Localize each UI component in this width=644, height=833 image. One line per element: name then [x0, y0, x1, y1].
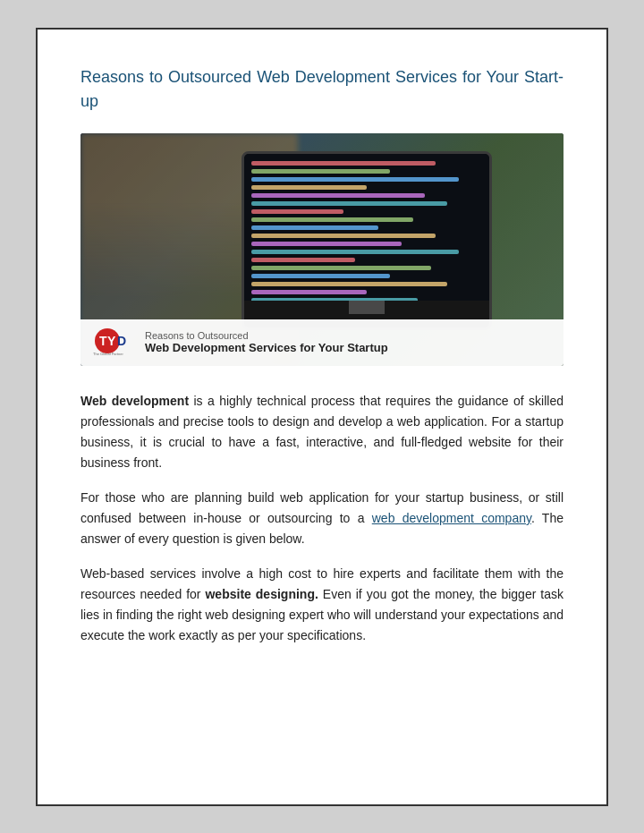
svg-text:T: T: [99, 334, 107, 348]
hero-image-container: T Y D The Global Partner Reasons to Outs…: [80, 133, 564, 366]
caption-text-block: Reasons to Outsourced Web Development Se…: [145, 330, 553, 354]
paragraph-1-bold: Web development: [80, 394, 189, 408]
paragraph-3: Web-based services involve a high cost t…: [80, 564, 564, 646]
caption-top-text: Reasons to Outsourced: [145, 330, 553, 341]
paragraph-1: Web development is a highly technical pr…: [80, 391, 564, 473]
image-caption-bar: T Y D The Global Partner Reasons to Outs…: [80, 319, 564, 366]
article-card: Reasons to Outsourced Web Development Se…: [36, 28, 608, 806]
paragraph-2: For those who are planning build web app…: [80, 488, 564, 549]
article-title: Reasons to Outsourced Web Development Se…: [80, 65, 564, 114]
logo-box: T Y D The Global Partner: [91, 327, 136, 359]
caption-bottom-text: Web Development Services for Your Startu…: [145, 341, 553, 354]
svg-text:D: D: [117, 334, 126, 348]
svg-text:The Global Partner: The Global Partner: [93, 352, 123, 356]
paragraph-3-bold: website designing.: [205, 587, 318, 601]
svg-text:Y: Y: [107, 334, 116, 348]
web-dev-company-link[interactable]: web development company: [372, 511, 531, 525]
tyd-logo: T Y D The Global Partner: [91, 327, 136, 359]
